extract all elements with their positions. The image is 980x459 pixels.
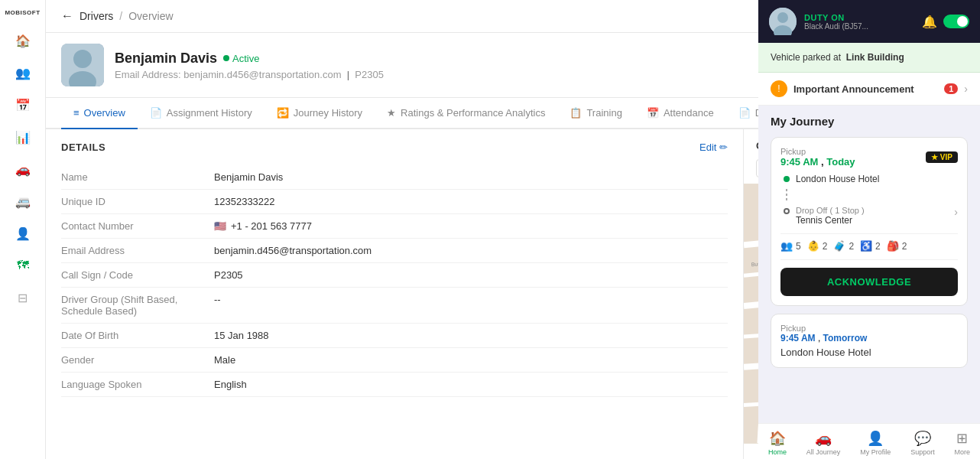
tomorrow-comma: , [818,333,823,343]
label-email: Email Address [61,245,214,256]
tab-ratings[interactable]: ★ Ratings & Performance Analytics [375,98,557,129]
stat-wheelchair: ♿ 2 [860,240,881,252]
passengers-count: 5 [796,241,801,252]
nav-all-journey[interactable]: 🚗 All Journey [806,430,841,456]
avatar-svg [61,44,104,86]
nav-more[interactable]: ⊞ More [955,430,971,456]
route-pickup-point: London House Hotel [784,174,958,184]
breadcrumb-overview: Overview [128,10,173,22]
tab-journey-history[interactable]: 🔁 Journey History [264,98,375,129]
driver-email: benjamin.d456@transportation.com [183,69,341,80]
nav-support[interactable]: 💬 Support [910,430,935,456]
tab-training[interactable]: 📋 Training [557,98,634,129]
detail-row-uid: Unique ID 12352333222 [61,190,728,214]
tab-overview[interactable]: ≡ Overview [61,98,138,129]
sidebar-item-vehicle[interactable]: 🚗 [9,155,37,183]
parked-banner: Vehicle parked at Link Building [758,43,980,73]
stat-luggage: 🧳 2 [833,240,854,252]
stat-passengers: 👥 5 [780,240,801,252]
dropoff-info: Drop Off ( 1 Stop ) Tennis Center [796,206,865,226]
announcement-chevron: › [964,83,968,95]
detail-row-dob: Date Of Birth 15 Jan 1988 [61,324,728,348]
phone-mockup: DUTY ON Black Audi (BJ57... 🔔 Vehicle pa… [758,0,980,459]
sidebar-item-route[interactable]: 🗺 [9,252,37,279]
phone-avatar-svg [769,8,797,35]
label-group: Driver Group (Shift Based, Schedule Base… [61,294,214,317]
phone-number: +1 - 201 563 7777 [231,220,312,232]
tab-journey-icon: 🔁 [277,107,289,119]
bags-count: 2 [902,241,907,252]
nav-my-profile[interactable]: 👤 My Profile [860,430,891,456]
vehicle-info: Black Audi (BJ57... [804,22,868,31]
sidebar: MOBISOFT 🏠 👥 📅 📊 🚗 🚐 👤 🗺 ⊟ [0,0,46,459]
value-name: Benjamin Davis [214,171,283,183]
email-label: Email Address: [115,69,181,80]
bags-icon: 🎒 [887,240,899,252]
sidebar-item-home[interactable]: 🏠 [9,27,37,54]
toggle-knob [957,16,968,27]
pickup-time-value: 9:45 AM [780,156,818,168]
detail-row-email: Email Address benjamin.d456@transportati… [61,239,728,263]
avatar [61,44,104,86]
sidebar-item-person[interactable]: 👤 [9,220,37,247]
tab-overview-icon: ≡ [73,107,80,119]
luggage-icon: 🧳 [833,240,845,252]
announcement-icon: ! [771,80,787,97]
stat-bags: 🎒 2 [887,240,907,252]
wheelchair-count: 2 [875,241,881,252]
value-uid: 12352333222 [214,196,275,207]
sidebar-item-settings[interactable]: ⊟ [9,284,37,311]
journey-stats: 👥 5 👶 2 🧳 2 ♿ 2 [780,233,958,260]
home-nav-label: Home [768,448,787,456]
status-badge: Active [223,53,259,64]
phone-header-right: 🔔 [922,15,969,29]
support-nav-label: Support [910,448,935,456]
dropoff-chevron: › [954,206,958,218]
duty-toggle[interactable] [943,15,969,28]
profile-nav-label: My Profile [860,448,891,456]
nav-home[interactable]: 🏠 Home [768,430,787,456]
logo: MOBISOFT [4,9,42,16]
sidebar-item-users[interactable]: 👥 [9,59,37,86]
duty-on-label: DUTY ON [804,13,868,22]
tab-ratings-label: Ratings & Performance Analytics [401,107,545,119]
pickup-time-1: 9:45 AM , Today [780,156,855,168]
value-callsign: P2305 [214,269,243,281]
logo-text: MOBISOFT [5,9,40,16]
tab-assignment-history[interactable]: 📄 Assignment History [138,98,264,129]
all-journey-nav-icon: 🚗 [815,430,832,447]
announcement-row[interactable]: ! Important Announcement 1 › [758,73,980,106]
journey-pickup-info: Pickup 9:45 AM , Today [780,147,855,168]
tab-doc-icon: 📄 [738,107,751,119]
route-dashed-line [786,189,787,201]
breadcrumb: ← Drivers / Overview [61,9,174,23]
pickup-label-1: Pickup [780,147,855,156]
bell-icon[interactable]: 🔔 [922,15,937,29]
passengers-icon: 👥 [780,240,793,252]
stat-children: 👶 2 [807,240,828,252]
detail-row-group: Driver Group (Shift Based, Schedule Base… [61,288,728,324]
acknowledge-button[interactable]: ACKNOWLEDGE [780,268,958,296]
value-gender: Male [214,354,235,366]
journey-card-2: Pickup 9:45 AM , Tomorrow London House H… [771,314,968,368]
tab-assignment-icon: 📄 [150,107,162,119]
label-dob: Date Of Birth [61,330,214,341]
label-uid: Unique ID [61,196,214,207]
sidebar-item-analytics[interactable]: 📊 [9,123,37,151]
back-button[interactable]: ← [61,9,73,23]
announcement-text: Important Announcement [793,83,938,95]
status-dot [223,55,229,61]
tab-attendance[interactable]: 📅 Attendance [634,98,726,129]
home-nav-icon: 🏠 [769,430,786,447]
route-dots [784,189,958,201]
status-label: Active [232,53,259,64]
edit-button[interactable]: Edit ✏ [699,142,728,153]
phone-driver-row: DUTY ON Black Audi (BJ57... [769,8,868,35]
sidebar-item-truck[interactable]: 🚐 [9,187,37,215]
dropoff-label: Drop Off ( 1 Stop ) [796,206,865,215]
breadcrumb-drivers[interactable]: Drivers [80,10,113,22]
detail-row-callsign: Call Sign / Code P2305 [61,263,728,288]
sidebar-item-calendar[interactable]: 📅 [9,91,37,119]
tab-training-label: Training [586,107,621,119]
phone-header: DUTY ON Black Audi (BJ57... 🔔 [758,0,980,43]
